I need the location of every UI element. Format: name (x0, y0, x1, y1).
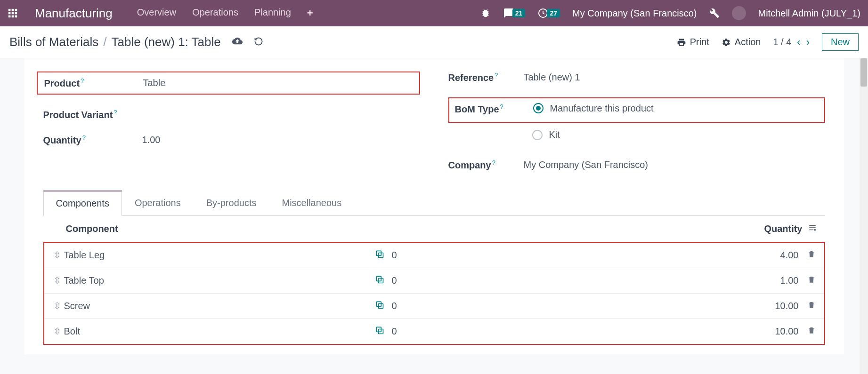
forecast-icon[interactable] (375, 300, 392, 312)
bom-type-kit-radio[interactable]: Kit (532, 129, 825, 140)
drag-handle-icon[interactable]: ⇳ (51, 326, 64, 337)
help-icon[interactable]: ? (82, 134, 86, 141)
drag-handle-icon[interactable]: ⇳ (51, 275, 64, 286)
delete-row-icon[interactable] (799, 250, 816, 261)
drag-handle-icon[interactable]: ⇳ (51, 300, 64, 311)
company-switcher[interactable]: My Company (San Francisco) (572, 8, 697, 19)
breadcrumb-root[interactable]: Bills of Materials (9, 35, 98, 49)
nav-right: 21 27 My Company (San Francisco) Mitchel… (480, 6, 860, 20)
col-component[interactable]: Component (66, 223, 741, 234)
company-field[interactable]: My Company (San Francisco) (524, 159, 649, 170)
nav-link-planning[interactable]: Planning (254, 7, 291, 19)
quantity-label: Quantity? (43, 134, 142, 146)
component-name[interactable]: Bolt (64, 326, 375, 337)
tab-operations[interactable]: Operations (122, 191, 194, 215)
help-icon[interactable]: ? (500, 103, 503, 110)
activities-icon[interactable]: 27 (537, 8, 560, 19)
pager: 1 / 4 ‹ › (773, 36, 810, 48)
component-name[interactable]: Table Top (64, 275, 375, 286)
components-table: Component Quantity ⇳Table Leg04.00⇳Table… (24, 216, 844, 354)
reference-label: Reference? (448, 72, 524, 83)
scrollbar[interactable] (860, 58, 868, 354)
user-menu[interactable]: Mitchell Admin (JULY_1) (758, 8, 860, 19)
svg-rect-8 (15, 16, 17, 18)
component-extra: 0 (392, 275, 747, 286)
nav-menu: Overview Operations Planning + (137, 7, 313, 19)
forecast-icon[interactable] (375, 249, 392, 261)
breadcrumb: Bills of Materials / Table (new) 1: Tabl… (9, 35, 263, 49)
pager-text[interactable]: 1 / 4 (773, 37, 791, 48)
form-sheet: Product? Table Product Variant? Quantity… (24, 58, 844, 354)
table-row[interactable]: ⇳Bolt010.00 (44, 319, 824, 344)
delete-row-icon[interactable] (799, 301, 816, 311)
messages-badge: 21 (512, 9, 526, 17)
help-icon[interactable]: ? (81, 77, 84, 84)
component-qty[interactable]: 10.00 (747, 301, 799, 311)
action-button[interactable]: Action (722, 37, 761, 48)
table-row[interactable]: ⇳Table Leg04.00 (44, 243, 824, 268)
user-avatar[interactable] (732, 6, 746, 20)
bom-type-label: BoM Type? (455, 103, 516, 115)
component-extra: 0 (392, 301, 747, 311)
table-rows-highlight: ⇳Table Leg04.00⇳Table Top01.00⇳Screw010.… (43, 242, 825, 345)
tab-components[interactable]: Components (43, 191, 122, 216)
svg-rect-2 (15, 9, 17, 11)
messages-icon[interactable]: 21 (503, 8, 526, 19)
radio-label: Manufacture this product (550, 103, 654, 114)
new-button[interactable]: New (822, 33, 859, 51)
breadcrumb-separator: / (103, 35, 106, 49)
cloud-upload-icon[interactable] (232, 35, 243, 49)
svg-point-10 (814, 229, 816, 231)
nav-link-overview[interactable]: Overview (137, 7, 176, 19)
bom-type-manufacture-radio[interactable]: Manufacture this product (533, 103, 654, 114)
svg-rect-0 (8, 9, 11, 11)
tab-byproducts[interactable]: By-products (194, 191, 269, 215)
delete-row-icon[interactable] (799, 275, 816, 286)
nav-link-operations[interactable]: Operations (192, 7, 238, 19)
action-label: Action (735, 37, 761, 48)
product-field[interactable]: Table (143, 78, 166, 88)
pager-prev-icon[interactable]: ‹ (797, 36, 800, 48)
component-extra: 0 (392, 250, 747, 261)
reference-field[interactable]: Table (new) 1 (524, 72, 580, 83)
breadcrumb-current: Table (new) 1: Table (112, 35, 221, 49)
top-navbar: Manufacturing Overview Operations Planni… (0, 0, 868, 26)
tab-miscellaneous[interactable]: Miscellaneous (269, 191, 354, 215)
drag-handle-icon[interactable]: ⇳ (51, 249, 64, 261)
component-qty[interactable]: 4.00 (747, 250, 799, 261)
app-brand[interactable]: Manufacturing (35, 6, 113, 21)
radio-label: Kit (549, 129, 560, 140)
pager-next-icon[interactable]: › (806, 36, 810, 48)
table-row[interactable]: ⇳Table Top01.00 (44, 268, 824, 294)
tools-icon[interactable] (709, 8, 720, 18)
component-qty[interactable]: 10.00 (747, 326, 799, 337)
print-label: Print (690, 37, 709, 48)
company-label: Company? (448, 159, 524, 171)
forecast-icon[interactable] (375, 275, 392, 286)
nav-new-icon[interactable]: + (307, 7, 313, 19)
quantity-field[interactable]: 1.00 (142, 135, 161, 145)
help-icon[interactable]: ? (114, 109, 117, 116)
tabs: Components Operations By-products Miscel… (43, 191, 825, 216)
svg-rect-6 (8, 16, 11, 18)
table-row[interactable]: ⇳Screw010.00 (44, 294, 824, 319)
print-button[interactable]: Print (677, 37, 709, 48)
forecast-icon[interactable] (375, 326, 392, 337)
apps-icon[interactable] (8, 8, 18, 18)
component-qty[interactable]: 1.00 (747, 275, 799, 286)
help-icon[interactable]: ? (492, 159, 495, 166)
discard-icon[interactable] (254, 35, 263, 49)
optional-columns-icon[interactable] (808, 223, 817, 234)
col-quantity[interactable]: Quantity (764, 223, 802, 234)
nav-left: Manufacturing Overview Operations Planni… (8, 6, 313, 21)
component-name[interactable]: Screw (64, 301, 375, 311)
component-extra: 0 (392, 326, 747, 337)
radio-checked-icon (533, 103, 544, 113)
debug-icon[interactable] (480, 8, 491, 18)
radio-unchecked-icon (532, 130, 543, 140)
help-icon[interactable]: ? (495, 72, 498, 79)
component-name[interactable]: Table Leg (64, 250, 375, 261)
scrollbar-thumb[interactable] (860, 58, 867, 87)
svg-rect-5 (15, 12, 17, 15)
delete-row-icon[interactable] (799, 326, 816, 337)
